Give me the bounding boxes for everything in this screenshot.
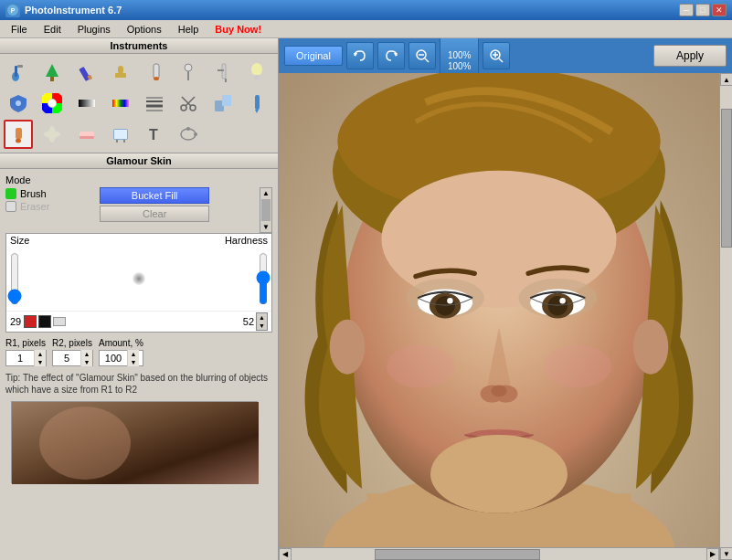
- tool-rainbow[interactable]: [106, 89, 135, 118]
- tool-tube[interactable]: [140, 58, 169, 87]
- amount-label: Amount, %: [99, 338, 143, 348]
- menu-edit[interactable]: Edit: [37, 22, 69, 37]
- title-bar-buttons: ─ □ ✕: [679, 4, 727, 16]
- svg-line-59: [499, 58, 503, 62]
- r2-up[interactable]: ▲: [81, 350, 92, 358]
- svg-rect-10: [118, 66, 123, 74]
- svg-point-82: [387, 345, 455, 388]
- close-button[interactable]: ✕: [712, 4, 727, 16]
- r1-spinbox[interactable]: 1 ▲ ▼: [5, 350, 47, 366]
- svg-point-49: [186, 127, 190, 131]
- tool-eyedropper[interactable]: [4, 58, 33, 87]
- tool-morph[interactable]: [174, 120, 203, 149]
- tool-scissors[interactable]: [174, 89, 203, 118]
- svg-point-38: [16, 139, 21, 143]
- tool-tv[interactable]: [106, 120, 135, 149]
- hardness-down[interactable]: ▼: [257, 322, 267, 330]
- v-scroll-thumb[interactable]: [721, 109, 732, 248]
- zoom-level[interactable]: 100% 100%: [440, 38, 480, 76]
- menu-help[interactable]: Help: [171, 22, 207, 37]
- tool-bulb[interactable]: [242, 58, 271, 87]
- size-hardness-section: Size Hardness 29: [5, 233, 272, 333]
- eraser-radio[interactable]: [5, 201, 16, 212]
- svg-point-86: [633, 320, 669, 375]
- undo-button[interactable]: [346, 42, 374, 69]
- tool-tree[interactable]: [37, 58, 67, 87]
- amount-spinbox[interactable]: 100 ▲ ▼: [99, 350, 143, 366]
- amount-up[interactable]: ▲: [128, 350, 139, 358]
- h-scroll-thumb[interactable]: [375, 549, 541, 560]
- clear-button[interactable]: Clear: [100, 206, 209, 222]
- zoom-out-button[interactable]: [408, 42, 436, 69]
- amount-down[interactable]: ▼: [128, 358, 139, 366]
- scroll-up[interactable]: ▲: [260, 188, 271, 198]
- brush-radio[interactable]: [5, 188, 16, 199]
- tool-stamp[interactable]: [106, 58, 135, 87]
- menu-plugins[interactable]: Plugins: [70, 22, 118, 37]
- bucket-fill-button[interactable]: Bucket Fill: [100, 187, 209, 204]
- tool-clone[interactable]: [208, 89, 238, 118]
- tool-lines[interactable]: [140, 89, 169, 118]
- tool-eraser[interactable]: [72, 120, 101, 149]
- apply-button[interactable]: Apply: [653, 45, 727, 67]
- svg-point-18: [251, 63, 262, 76]
- image-and-scroll: ◀ ▶ ▲ ▼: [279, 73, 732, 560]
- svg-point-52: [39, 407, 131, 480]
- scroll-down[interactable]: ▼: [260, 222, 271, 232]
- svg-marker-36: [255, 110, 259, 113]
- red-swatch[interactable]: [24, 315, 37, 328]
- r1-spinbox-buttons: ▲ ▼: [34, 350, 46, 366]
- amount-field: Amount, % 100 ▲ ▼: [99, 338, 143, 366]
- black-swatch[interactable]: [38, 315, 51, 328]
- hardness-up[interactable]: ▲: [257, 313, 267, 322]
- svg-point-78: [559, 298, 565, 303]
- tool-gradient[interactable]: [72, 89, 101, 118]
- tool-pencil[interactable]: [72, 58, 101, 87]
- eraser-option[interactable]: Eraser: [5, 201, 49, 212]
- size-value: 29: [10, 316, 21, 327]
- r2-label: R2, pixels: [52, 338, 93, 348]
- extra-swatch[interactable]: [53, 317, 66, 326]
- tool-pen-blue[interactable]: [242, 89, 271, 118]
- tool-dropper-red[interactable]: [4, 120, 33, 149]
- hardness-slider[interactable]: [255, 252, 271, 305]
- scroll-down-v[interactable]: ▼: [720, 547, 732, 560]
- svg-point-50: [194, 132, 197, 136]
- tool-shield[interactable]: [4, 89, 33, 118]
- portrait-svg: [279, 73, 719, 547]
- svg-rect-19: [254, 75, 260, 79]
- original-button[interactable]: Original: [284, 46, 343, 66]
- menu-options[interactable]: Options: [120, 22, 169, 37]
- svg-rect-34: [222, 95, 231, 106]
- svg-line-56: [425, 58, 429, 62]
- size-slider[interactable]: [6, 252, 23, 305]
- redo-button[interactable]: [377, 42, 405, 69]
- menu-file[interactable]: File: [4, 22, 35, 37]
- minimize-button[interactable]: ─: [679, 4, 694, 16]
- brush-label: Brush: [20, 188, 47, 199]
- tool-color-wheel[interactable]: [37, 89, 67, 118]
- scroll-up-v[interactable]: ▲: [720, 73, 732, 86]
- right-panel: Original 100% 100% Apply: [279, 38, 732, 560]
- svg-point-12: [154, 77, 159, 80]
- r2-spinbox[interactable]: 5 ▲ ▼: [52, 350, 93, 366]
- scroll-right[interactable]: ▶: [706, 548, 719, 561]
- menu-buy-now[interactable]: Buy Now!: [207, 22, 269, 37]
- svg-point-85: [330, 320, 366, 375]
- tool-sparkle[interactable]: [37, 120, 67, 149]
- r1-down[interactable]: ▼: [35, 358, 46, 366]
- scroll-left[interactable]: ◀: [279, 548, 292, 561]
- r1-up[interactable]: ▲: [35, 350, 46, 358]
- scroll-thumb[interactable]: [261, 199, 271, 221]
- r2-down[interactable]: ▼: [81, 358, 92, 366]
- r1r2-row: R1, pixels 1 ▲ ▼ R2, pixels 5 ▲: [5, 338, 272, 366]
- maximize-button[interactable]: □: [695, 4, 710, 16]
- brush-option[interactable]: Brush: [5, 188, 49, 199]
- zoom-in-button[interactable]: [483, 42, 510, 69]
- tool-text[interactable]: T: [140, 120, 169, 149]
- tool-syringe[interactable]: [208, 58, 238, 87]
- r2-value: 5: [53, 353, 80, 364]
- top-toolbar: Original 100% 100% Apply: [279, 38, 732, 73]
- svg-text:P: P: [11, 7, 16, 14]
- tool-pin[interactable]: [174, 58, 203, 87]
